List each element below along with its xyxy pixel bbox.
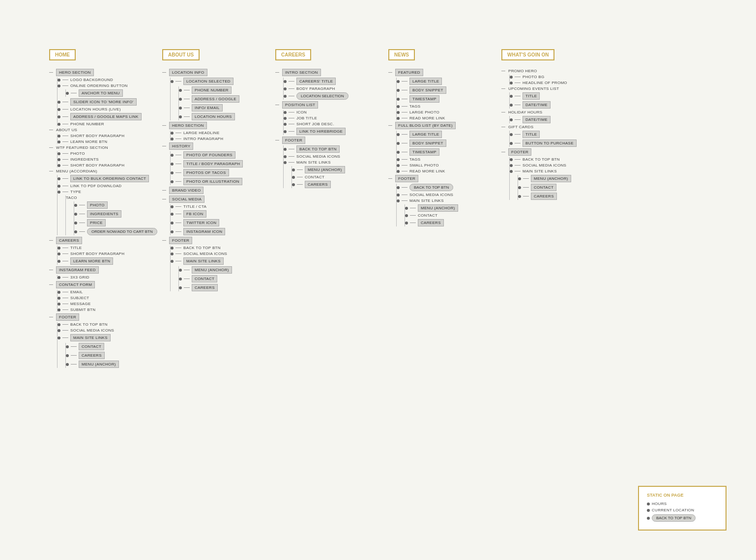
tree-node: TITLE / CTA [171, 204, 275, 209]
node-row: BUTTON TO PURCHASE [510, 140, 614, 147]
tree-node: LINK TO BULK ORDERING CONTACT [58, 175, 162, 182]
node-label: LOCATION SELECTION [296, 92, 349, 100]
dot-icon [171, 80, 174, 83]
node-label: BUTTON TO PURCHASE [523, 140, 577, 147]
node-label: PHOTO [70, 151, 85, 156]
dot-icon [171, 222, 174, 224]
connector-line [289, 118, 294, 118]
dot-icon [510, 95, 513, 98]
dot-icon [510, 82, 513, 84]
node-label: TWITTER ICON [183, 219, 219, 226]
tree-node: LOCATION SELECTEDPHONE NUMBERADDRESS / G… [171, 78, 275, 120]
connector-line [62, 192, 68, 192]
tree-node: HEADLINE OF PROMO [510, 81, 614, 85]
tree-node: LINK TO HIREBRIDGE [284, 128, 388, 135]
node-label: FOOTER [508, 148, 531, 156]
children-container: PHONE NUMBERADDRESS / GOOGLEINFO/ EMAILL… [178, 86, 275, 120]
node-label: BACK TO TOP BTN [409, 184, 453, 191]
node-row: SOCIAL MEDIA ICONS [171, 252, 275, 256]
node-row: CONTACT [292, 175, 388, 179]
dot-icon [397, 194, 400, 196]
node-row: PHOTO [58, 151, 162, 156]
dot-icon [66, 363, 69, 366]
tree-node: CAREERS [179, 284, 275, 291]
node-label: PHOTO OR ILLUSTRATION [183, 178, 242, 185]
node-row: BACK TO TOP BTN [284, 145, 388, 153]
node-row: CONTACT FORM [49, 281, 162, 288]
node-label: LEARN MORE BTN [70, 140, 107, 144]
dot-icon [510, 133, 513, 136]
node-label: BODY PARAGRAPH [296, 86, 335, 91]
tree-node: SLIDER ICON TO 'MORE INFO' [58, 98, 162, 106]
children-container: LOCATION SELECTEDPHONE NUMBERADDRESS / G… [170, 78, 275, 120]
tree-node: GIFT CARDSTITLEBUTTON TO PURCHASE [501, 125, 614, 147]
node-label: INTRO SECTION [282, 69, 321, 76]
node-row: MENU (ACCORDIAN) [49, 169, 162, 173]
node-label: MENU (ANCHOR) [192, 266, 232, 274]
connector-line [515, 134, 521, 135]
tree-node: LARGE PHOTO [397, 110, 501, 114]
node-label: ADDRESS / GOOGLE [192, 95, 239, 103]
static-title: STATIC ON PAGE [647, 493, 718, 498]
canvas: HOMEHERO SECTIONLOGO BACKGROUNDONLINE OR… [0, 0, 756, 560]
tree-node: ICON [284, 110, 388, 114]
connector-line [289, 81, 294, 82]
connector-line [402, 112, 407, 112]
tree-node: TITLE [58, 246, 162, 250]
node-label: CONTACT FORM [56, 281, 95, 288]
node-label: UPCOMING EVENTS LIST [508, 86, 559, 91]
connector-line [175, 155, 181, 155]
tree-news: FEATUREDLARGE TITLEBODY SNIPPETTIMESTAMP… [388, 69, 501, 226]
children-container: MENU (ANCHOR)CONTACTCAREERS [291, 166, 388, 188]
node-row: INTRO SECTION [275, 69, 388, 76]
dot-icon [179, 98, 182, 101]
node-label: FULL BLOG LIST (BY DATE) [395, 122, 456, 129]
connector-line [175, 164, 181, 164]
node-label: CAREERS [418, 219, 444, 226]
node-label: FOOTER [56, 313, 79, 321]
dot-icon [284, 155, 287, 158]
node-label: PHOTO BG [523, 75, 544, 79]
node-row: SOCIAL MEDIA ICONS [284, 154, 388, 159]
tree-node: INGREDIENTS [58, 157, 162, 162]
node-label: MENU (ANCHOR) [531, 175, 571, 182]
node-label: INSTAGRAM ICON [183, 228, 225, 235]
page-header-careers: CAREERS [275, 49, 311, 60]
top-connector [501, 152, 505, 152]
dot-icon [647, 509, 650, 512]
connector-line [62, 109, 68, 110]
children-container: PHOTOINGREDIENTSSHORT BODY PARAGRAPH [57, 151, 162, 168]
node-label: BODY SNIPPET [409, 86, 446, 94]
node-row: INGREDIENTS [58, 157, 162, 162]
top-connector [275, 105, 279, 105]
children-container: TITLEDATE/TIME [509, 92, 614, 109]
node-label: FEATURED [395, 69, 423, 76]
connector-line [62, 304, 68, 304]
tree-node: CAREERS' TITLE [284, 78, 388, 85]
node-row: PHONE NUMBER [179, 86, 275, 94]
dot-icon [58, 276, 60, 279]
connector-line [71, 364, 77, 364]
node-row: LARGE TITLE [397, 78, 501, 85]
tree-node: BODY SNIPPET [397, 140, 501, 147]
dot-icon [171, 154, 174, 157]
node-label: SUBMIT BTN [70, 308, 95, 312]
dot-icon [58, 84, 60, 87]
node-row: UPCOMING EVENTS LIST [501, 86, 614, 91]
node-label: SOCIAL MEDIA ICONS [70, 328, 114, 333]
node-row: TIMESTAMP [397, 95, 501, 103]
tree-node: LOCATION SELECTION [284, 92, 388, 100]
tree-node: TITLE [510, 92, 614, 100]
dot-icon [284, 130, 287, 133]
children-container: TITLEBUTTON TO PURCHASE [509, 131, 614, 147]
dot-icon [171, 132, 174, 135]
node-label: MENU (ANCHOR) [79, 361, 119, 368]
node-label: ABOUT US [56, 128, 77, 132]
tree-node: PHOTO OF FOUNDERS [171, 151, 275, 159]
connector-line [515, 96, 521, 96]
connector-line [175, 253, 181, 254]
tree-node: TAGS [397, 104, 501, 109]
connector-line [62, 324, 68, 325]
node-label: LEARN MORE BTN [70, 257, 113, 265]
tree-node: READ MORE LINK [397, 116, 501, 120]
